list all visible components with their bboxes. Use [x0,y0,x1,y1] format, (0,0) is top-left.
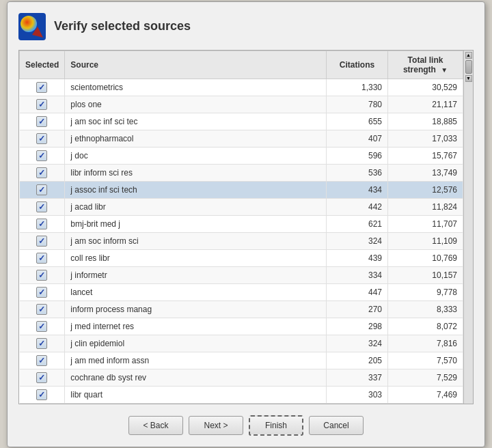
table-row: ✓scientometrics1,33030,529 [20,79,463,96]
checkbox-icon[interactable]: ✓ [36,133,47,144]
checkbox-icon[interactable]: ✓ [36,219,47,229]
table-row: ✓j assoc inf sci tech43412,576 [20,181,463,198]
col-strength[interactable]: Total link strength ▼ [388,51,463,79]
row-strength-cell: 11,824 [388,198,463,215]
row-source-cell: inform process manag [65,300,327,318]
row-source-cell: j clin epidemiol [65,335,327,352]
row-source-cell: libr quart [65,386,327,403]
row-source-cell: j ethnopharmacol [65,130,327,147]
row-source-cell: cochrane db syst rev [65,369,327,386]
checkbox-icon[interactable]: ✓ [36,321,47,332]
checkbox-icon[interactable]: ✓ [36,236,47,247]
col-citations: Citations [327,51,388,79]
table-row: ✓j doc59615,767 [20,147,463,164]
finish-button[interactable]: Finish [249,415,303,436]
row-selected-cell: ✓ [20,130,65,147]
sources-table-container: Selected Source Citations Total link str… [18,50,474,404]
back-button[interactable]: < Back [128,416,183,435]
row-strength-cell: 30,529 [388,79,463,96]
checkbox-icon[interactable]: ✓ [36,372,47,383]
table-scroll: Selected Source Citations Total link str… [19,51,463,404]
table-row: ✓plos one78021,117 [20,96,463,113]
row-citations-cell: 1,330 [327,79,388,96]
row-selected-cell: ✓ [20,335,65,352]
checkbox-icon[interactable]: ✓ [36,116,47,127]
row-strength-cell: 12,576 [388,181,463,198]
row-selected-cell: ✓ [20,147,65,164]
checkbox-icon[interactable]: ✓ [36,287,47,298]
row-selected-cell: ✓ [20,164,65,181]
table-row: ✓j am soc inf sci tec65518,885 [20,113,463,130]
row-citations-cell: 324 [327,335,388,352]
row-selected-cell: ✓ [20,352,65,369]
checkbox-icon[interactable]: ✓ [36,150,47,161]
checkbox-icon[interactable]: ✓ [36,338,47,349]
table-row: ✓inform process manag2708,333 [20,300,463,318]
table-row: ✓bmj-brit med j62111,707 [20,215,463,232]
table-body: ✓scientometrics1,33030,529✓plos one78021… [20,79,463,403]
row-selected-cell: ✓ [20,79,65,96]
table-row: ✓libr inform sci res53613,749 [20,164,463,181]
app-logo-icon [18,13,46,40]
row-strength-cell: 13,749 [388,164,463,181]
checkbox-icon[interactable]: ✓ [36,304,47,315]
row-strength-cell: 7,570 [388,352,463,369]
row-strength-cell: 7,529 [388,369,463,386]
sources-table: Selected Source Citations Total link str… [19,51,463,404]
checkbox-icon[interactable]: ✓ [36,355,47,366]
row-citations-cell: 442 [327,198,388,215]
row-strength-cell: 18,885 [388,113,463,130]
checkbox-icon[interactable]: ✓ [36,270,47,281]
row-strength-cell: 8,072 [388,318,463,335]
scroll-thumb[interactable] [465,60,472,74]
row-strength-cell: 11,109 [388,232,463,249]
vertical-scrollbar[interactable]: ▲ ▼ [463,51,473,404]
row-source-cell: bmj-brit med j [65,215,327,232]
checkbox-icon[interactable]: ✓ [36,82,47,93]
row-citations-cell: 407 [327,130,388,147]
checkbox-icon[interactable]: ✓ [36,184,47,195]
row-strength-cell: 15,767 [388,147,463,164]
row-citations-cell: 621 [327,215,388,232]
table-row: ✓j clin epidemiol3247,816 [20,335,463,352]
row-selected-cell: ✓ [20,386,65,403]
row-source-cell: j am soc inf sci tec [65,113,327,130]
sort-arrow-icon: ▼ [441,66,448,74]
table-row: ✓j acad libr44211,824 [20,198,463,215]
table-row: ✓j am soc inform sci32411,109 [20,232,463,249]
row-citations-cell: 205 [327,352,388,369]
scroll-down-button[interactable]: ▼ [465,75,472,82]
row-source-cell: j assoc inf sci tech [65,181,327,198]
row-strength-cell: 8,333 [388,300,463,318]
svg-point-1 [20,16,37,32]
checkbox-icon[interactable]: ✓ [36,389,47,400]
row-selected-cell: ✓ [20,249,65,266]
row-citations-cell: 270 [327,300,388,318]
table-row: ✓j informetr33410,157 [20,266,463,283]
row-citations-cell: 337 [327,369,388,386]
row-source-cell: j am med inform assn [65,352,327,369]
checkbox-icon[interactable]: ✓ [36,167,47,178]
row-source-cell: lancet [65,283,327,300]
dialog-header: Verify selected sources [18,13,474,40]
next-button[interactable]: Next > [189,416,243,435]
checkbox-icon[interactable]: ✓ [36,99,47,110]
table-row: ✓libr quart3037,469 [20,386,463,403]
cancel-button[interactable]: Cancel [309,416,364,435]
checkbox-icon[interactable]: ✓ [36,253,47,264]
scroll-up-button[interactable]: ▲ [465,52,472,59]
table-row: ✓lancet4479,778 [20,283,463,300]
row-citations-cell: 780 [327,96,388,113]
row-strength-cell: 10,769 [388,249,463,266]
row-source-cell: j informetr [65,266,327,283]
checkbox-icon[interactable]: ✓ [36,201,47,212]
row-citations-cell: 655 [327,113,388,130]
row-strength-cell: 7,469 [388,386,463,403]
row-selected-cell: ✓ [20,232,65,249]
row-citations-cell: 439 [327,249,388,266]
row-selected-cell: ✓ [20,181,65,198]
row-citations-cell: 324 [327,232,388,249]
row-selected-cell: ✓ [20,300,65,318]
row-selected-cell: ✓ [20,96,65,113]
row-citations-cell: 303 [327,386,388,403]
